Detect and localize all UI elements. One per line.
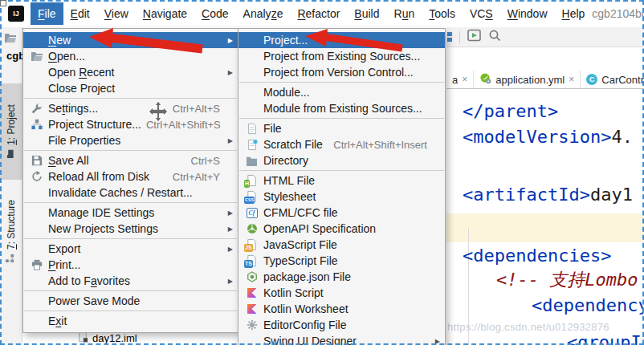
intellij-window: IJ File Edit View Navigate Code Analyze … <box>0 0 644 345</box>
new-submenu-item-project[interactable]: Project... <box>238 32 445 48</box>
folder-icon <box>245 154 259 167</box>
menu-separator <box>24 98 237 99</box>
clipped-project-name: cgb <box>6 50 23 62</box>
titlebar: IJ File Edit View Navigate Code Analyze … <box>0 0 644 27</box>
clipped-toolbar-icon <box>447 32 452 42</box>
file-icon <box>245 122 259 135</box>
file-menu-item-reload-all[interactable]: Reload All from Disk Ctrl+Alt+Y <box>23 168 238 185</box>
intellij-logo-icon: IJ <box>8 6 24 22</box>
new-submenu-item-module-existing[interactable]: Module from Existing Sources... <box>238 100 445 116</box>
main-toolbar-fragment <box>446 27 644 47</box>
file-menu-item-open-recent[interactable]: Open Recent ▶ <box>23 64 238 80</box>
menu-refactor[interactable]: Refactor <box>290 2 347 25</box>
move-cursor-icon <box>148 101 169 125</box>
editor-tab-carcontroller[interactable]: C CarContro <box>581 71 644 88</box>
kotlin-icon <box>245 302 259 315</box>
new-submenu-item-kotlin-script[interactable]: Kotlin Script <box>238 285 445 301</box>
spring-yml-icon <box>479 72 491 87</box>
file-menu-item-print[interactable]: Print... <box>23 257 238 273</box>
editor-tab-partial[interactable]: a × <box>446 71 474 88</box>
menu-separator <box>239 118 444 119</box>
file-menu-item-close-project[interactable]: Close Project <box>23 80 238 96</box>
code-line: <modelVersion>4. <box>463 127 633 148</box>
menu-build[interactable]: Build <box>347 2 386 25</box>
menu-tools[interactable]: Tools <box>422 2 463 25</box>
html-file-icon: H <box>245 174 259 187</box>
close-tab-icon[interactable]: × <box>462 74 467 85</box>
search-icon[interactable] <box>488 29 501 45</box>
file-menu-item-power-save-mode[interactable]: Power Save Mode <box>23 293 238 309</box>
new-submenu-item-openapi[interactable]: OpenAPI Specification <box>238 221 445 237</box>
new-submenu-item-package-json[interactable]: package.json File <box>238 269 445 285</box>
code-line: </parent> <box>463 101 558 122</box>
tool-window-tab-project[interactable]: 1: Project <box>0 83 22 180</box>
menu-navigate[interactable]: Navigate <box>136 2 194 25</box>
new-submenu-item-kotlin-worksheet[interactable]: Kotlin Worksheet <box>238 301 445 317</box>
menu-view[interactable]: View <box>97 2 136 25</box>
file-menu-item-manage-ide-settings[interactable]: Manage IDE Settings ▶ <box>23 205 238 221</box>
menu-edit[interactable]: Edit <box>63 2 97 25</box>
new-submenu-item-scratch-file[interactable]: Scratch File Ctrl+Alt+Shift+Insert <box>238 136 445 152</box>
javascript-file-icon: JS <box>245 238 259 251</box>
file-menu-item-project-structure[interactable]: Project Structure... Ctrl+Alt+Shift+S <box>23 116 238 132</box>
new-submenu-popup: Project... Project from Existing Sources… <box>238 28 446 345</box>
project-tree-item-label: day12.iml <box>92 332 137 344</box>
new-submenu-item-cfml[interactable]: Cf CFML/CFC file <box>238 205 445 221</box>
close-tab-icon[interactable]: × <box>569 74 574 85</box>
new-submenu-item-module[interactable]: Module... <box>238 84 445 100</box>
submenu-arrow-icon: ▶ <box>225 225 233 233</box>
window-title: cgb2104boot01 - pom.xml <box>592 7 644 20</box>
new-submenu-item-html-file[interactable]: H HTML File <box>238 172 445 189</box>
editor-tab-application-yml[interactable]: application.yml × <box>474 71 581 88</box>
file-menu-item-new-projects-settings[interactable]: New Projects Settings ▶ <box>23 221 238 237</box>
new-submenu-item-stylesheet[interactable]: CSS Stylesheet <box>238 189 445 205</box>
menu-analyze[interactable]: Analyze <box>236 2 291 25</box>
file-menu-item-new[interactable]: New ▶ <box>23 32 238 48</box>
csdn-watermark: https://blog.csdn.net/u012932876 <box>447 321 609 333</box>
menu-separator <box>24 150 237 151</box>
submenu-arrow-icon: ▶ <box>225 69 233 76</box>
menu-separator <box>24 238 237 239</box>
file-menu-item-file-properties[interactable]: File Properties ▶ <box>23 132 238 148</box>
menu-code[interactable]: Code <box>194 2 235 25</box>
code-line: <dependency> <box>532 295 644 316</box>
scratch-file-icon <box>245 138 259 151</box>
submenu-arrow-icon: ▶ <box>225 37 233 44</box>
new-submenu-item-javascript-file[interactable]: JS JavaScript File <box>238 237 445 253</box>
screenshot-selection-handle <box>0 0 6 6</box>
run-anything-icon[interactable] <box>467 29 481 45</box>
new-submenu-item-project-existing[interactable]: Project from Existing Sources... <box>238 48 445 64</box>
menu-help[interactable]: Help <box>555 2 593 25</box>
new-submenu-item-editorconfig[interactable]: EditorConfig File <box>238 317 445 333</box>
file-menu-item-open[interactable]: Open... <box>23 48 238 64</box>
stylesheet-icon: CSS <box>245 190 259 203</box>
code-line: <dependencies> <box>463 246 611 266</box>
menu-separator <box>239 170 444 171</box>
new-submenu-item-directory[interactable]: Directory <box>238 152 445 168</box>
new-submenu-item-typescript-file[interactable]: TS TypeScript File <box>238 253 445 269</box>
submenu-arrow-icon: ▶ <box>225 278 233 285</box>
menu-window[interactable]: Window <box>500 2 555 25</box>
editor-area[interactable]: a × application.yml × C CarContro </pare… <box>446 27 644 345</box>
file-menu-item-add-to-favorites[interactable]: Add to Favorites ▶ <box>23 273 238 289</box>
file-menu-item-invalidate-caches[interactable]: Invalidate Caches / Restart... <box>23 185 238 201</box>
editor-tab-bar: a × application.yml × C CarContro <box>446 71 644 89</box>
file-menu-item-exit[interactable]: Exit <box>23 313 238 329</box>
openapi-icon <box>245 222 259 235</box>
file-menu-item-settings[interactable]: Settings... Ctrl+Alt+S <box>23 100 238 116</box>
tool-window-tab-structure[interactable]: 7: Structure <box>0 189 22 273</box>
menu-separator <box>24 202 237 203</box>
menu-vcs[interactable]: VCS <box>463 2 500 25</box>
code-line: <groupId <box>567 332 644 345</box>
file-menu-item-save-all[interactable]: Save All Ctrl+S <box>23 152 238 168</box>
code-line: <artifactId>day1 <box>463 185 633 205</box>
folder-icon <box>4 32 17 47</box>
open-folder-icon <box>30 50 43 63</box>
new-submenu-item-project-vcs[interactable]: Project from Version Control... <box>238 64 445 80</box>
new-submenu-item-swing-ui-designer[interactable]: Swing UI Designer ▶ <box>238 333 445 345</box>
file-menu-item-export[interactable]: Export ▶ <box>23 241 238 257</box>
menu-run[interactable]: Run <box>387 2 422 25</box>
structure-tool-icon <box>6 254 17 262</box>
menu-file[interactable]: File <box>31 2 63 25</box>
new-submenu-item-file[interactable]: File <box>238 120 445 136</box>
